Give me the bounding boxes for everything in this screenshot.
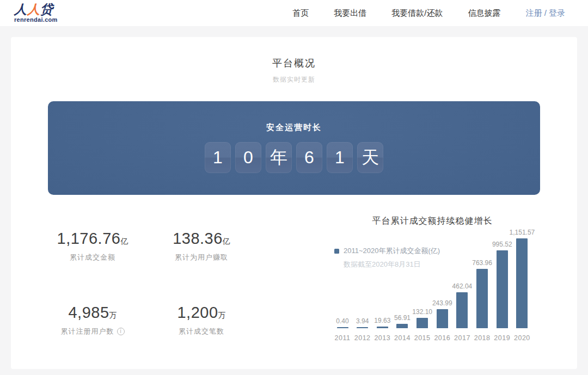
top-navigation-bar: 人人贷 renrendai.com 首页我要出借我要借款/还款信息披露 注册 /… [0,0,588,26]
bar-value-label: 1,151.57 [510,229,535,236]
platform-overview-card: 平台概况 数据实时更新 安全运营时长 10年61天 1,176.76亿累计成交金… [11,37,577,369]
info-icon[interactable]: i [117,328,125,335]
bar-column: 3.942012 [353,317,372,342]
x-axis-tick-label: 2014 [394,334,411,342]
chart-title: 平台累计成交额持续稳健增长 [331,216,534,227]
stat-value: 4,985 [68,304,109,321]
bar-column: 763.962018 [473,259,492,342]
nav-item[interactable]: 我要借款/还款 [391,8,443,19]
flip-tile: 天 [357,142,383,173]
bar-value-label: 0.40 [336,317,348,325]
flip-tile: 1 [205,142,231,173]
bar-value-label: 19.63 [374,317,390,324]
bar-value-label: 132.10 [412,308,432,316]
logo-wordmark: 人人贷 [14,3,58,16]
stats-grid: 1,176.76亿累计成交金额138.36亿累计为用户赚取4,985万累计注册用… [38,216,256,230]
x-axis-tick-label: 2019 [494,334,510,342]
nav-item[interactable]: 首页 [292,8,309,19]
stats-and-chart-row: 1,176.76亿累计成交金额138.36亿累计为用户赚取4,985万累计注册用… [11,216,577,342]
flip-tile: 6 [296,142,322,173]
banner-title: 安全运营时长 [48,101,540,133]
bar-chart-bars: 0.4020113.94201219.63201356.912014132.10… [333,229,531,342]
register-login-link[interactable]: 注册 / 登录 [525,8,565,19]
stat-unit: 万 [109,311,117,319]
stat-item: 1,176.76亿累计成交金额 [38,230,147,262]
bar [456,292,468,328]
logo-char: 人 [14,2,27,16]
stat-label: 累计为用户赚取 [175,253,228,262]
stat-item: 4,985万累计注册用户数i [38,304,147,336]
x-axis-tick-label: 2017 [454,334,470,342]
bar [357,327,368,328]
bar-value-label: 462.04 [452,282,473,290]
bar-column: 19.632013 [373,317,391,342]
nav-item[interactable]: 我要出借 [334,8,366,19]
bar-column: 995.522019 [493,241,511,342]
bar [497,250,508,328]
stat-value: 1,176.76 [57,230,121,247]
bar-column: 56.912014 [393,314,412,342]
bar-value-label: 763.96 [472,259,492,267]
logo-char: 贷 [40,2,53,16]
flip-tile: 1 [327,142,353,173]
stat-value: 138.36 [173,230,223,247]
operation-duration-counter: 10年61天 [48,142,540,173]
cumulative-volume-chart: 平台累计成交额持续稳健增长 2011~2020年累计成交金额(亿) 数据截至20… [331,216,534,342]
x-axis-tick-label: 2016 [434,334,450,342]
stat-unit: 万 [218,311,226,319]
x-axis-tick-label: 2018 [474,334,491,342]
page: 人人贷 renrendai.com 首页我要出借我要借款/还款信息披露 注册 /… [0,0,588,369]
bar-value-label: 56.91 [394,314,411,322]
page-title: 平台概况 [11,57,577,70]
stat-value: 1,200 [177,304,218,321]
nav-item[interactable]: 信息披露 [468,8,500,19]
stat-item: 138.36亿累计为用户赚取 [147,230,256,262]
flip-tile: 年 [266,142,292,173]
x-axis-tick-label: 2020 [514,334,530,342]
bar-column: 243.992016 [433,299,451,342]
bar [476,269,488,328]
x-axis-tick-label: 2013 [374,334,390,342]
bar-column: 132.102015 [413,308,432,342]
logo[interactable]: 人人贷 renrendai.com [14,3,58,23]
logo-domain: renrendai.com [14,17,58,23]
bar-value-label: 243.99 [432,299,452,307]
x-axis-tick-label: 2015 [414,334,431,342]
safe-operation-banner: 安全运营时长 10年61天 [48,101,540,195]
bar [377,327,388,328]
x-axis-tick-label: 2012 [354,334,371,342]
bar-column: 0.402011 [333,317,352,342]
x-axis-tick-label: 2011 [335,334,351,342]
bar-value-label: 3.94 [356,317,369,325]
page-subtitle: 数据实时更新 [11,75,577,84]
logo-char: 人 [27,2,40,16]
bar [337,327,348,328]
bar-column: 462.042017 [453,282,471,342]
bar [516,238,528,328]
bar-value-label: 995.52 [492,241,512,248]
main-nav: 首页我要出借我要借款/还款信息披露 [292,8,500,19]
bar [396,324,408,328]
bar [416,318,428,328]
stat-unit: 亿 [120,237,128,245]
stat-unit: 亿 [223,237,230,245]
bar [437,309,448,328]
stat-label: 累计成交金额 [70,253,115,262]
stat-label: 累计注册用户数 [61,327,114,336]
flip-tile: 0 [235,142,261,173]
stat-item: 1,200万累计成交笔数 [147,304,256,336]
stat-label: 累计成交笔数 [179,327,224,336]
bar-column: 1,151.572020 [513,229,531,342]
